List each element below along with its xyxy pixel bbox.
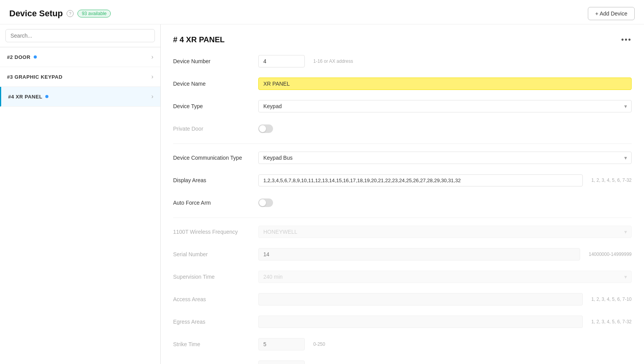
wireless-freq-select-wrapper: HONEYWELL ▾: [258, 226, 632, 238]
strike-time-input[interactable]: [258, 338, 305, 350]
sidebar-item-graphic-keypad[interactable]: #3 GRAPHIC KEYPAD ›: [0, 67, 160, 87]
access-areas-hint: 1, 2, 3, 4, 5, 6, 7-10: [591, 297, 632, 302]
detail-title: # 4 XR PANEL: [173, 35, 225, 44]
chevron-right-icon: ›: [151, 93, 153, 100]
sidebar-item-xr-panel-label: #4 XR PANEL: [8, 94, 48, 100]
strike-time-row: Strike Time 0-250: [173, 336, 632, 352]
wireless-freq-select[interactable]: HONEYWELL: [258, 226, 632, 238]
chevron-right-icon: ›: [151, 53, 153, 60]
sidebar: #2 DOOR › #3 GRAPHIC KEYPAD › #4 XR PANE…: [0, 24, 161, 364]
device-comm-type-label: Device Communication Type: [173, 155, 258, 161]
device-type-value: Keypad Door Panel ▾: [258, 100, 632, 112]
device-comm-type-select-wrapper: Keypad Bus Network ▾: [258, 152, 632, 164]
sidebar-item-door-label: #2 DOOR: [7, 54, 37, 60]
device-comm-type-select[interactable]: Keypad Bus Network: [258, 152, 632, 164]
available-badge: 93 available: [77, 10, 111, 17]
device-type-select-wrapper: Keypad Door Panel ▾: [258, 100, 632, 112]
serial-number-label: Serial Number: [173, 251, 258, 257]
access-areas-value: 1, 2, 3, 4, 5, 6, 7-10: [258, 293, 632, 305]
auto-force-arm-row: Auto Force Arm: [173, 195, 632, 210]
display-areas-input[interactable]: [258, 174, 583, 186]
search-input[interactable]: [5, 29, 155, 42]
auto-force-arm-value: [258, 198, 632, 207]
device-type-row: Device Type Keypad Door Panel ▾: [173, 98, 632, 114]
display-areas-value: 1, 2, 3, 4, 5, 6, 7-32: [258, 174, 632, 186]
private-door-row: Private Door: [173, 121, 632, 136]
access-areas-row: Access Areas 1, 2, 3, 4, 5, 6, 7-10: [173, 292, 632, 307]
supervision-time-select-wrapper: 240 min 480 min ▾: [258, 271, 632, 283]
wireless-freq-label: 1100T Wireless Frequency: [173, 229, 258, 235]
supervision-time-row: Supervision Time 240 min 480 min ▾: [173, 269, 632, 285]
display-areas-label: Display Areas: [173, 177, 258, 183]
device-comm-type-value: Keypad Bus Network ▾: [258, 152, 632, 164]
egress-areas-value: 1, 2, 3, 4, 5, 6, 7-32: [258, 316, 632, 328]
strike-delay-input[interactable]: [258, 361, 305, 364]
access-areas-label: Access Areas: [173, 296, 258, 302]
strike-time-value: 0-250: [258, 338, 632, 350]
auto-force-arm-toggle[interactable]: [258, 198, 273, 207]
dot-icon: [34, 55, 37, 59]
header: Device Setup ? 93 available + Add Device: [0, 0, 644, 24]
display-areas-hint: 1, 2, 3, 4, 5, 6, 7-32: [591, 178, 632, 183]
device-number-hint: 1-16 or AX address: [313, 59, 353, 64]
egress-areas-hint: 1, 2, 3, 4, 5, 6, 7-32: [591, 319, 632, 324]
device-name-input[interactable]: [258, 78, 632, 90]
sidebar-item-door[interactable]: #2 DOOR ›: [0, 47, 160, 67]
serial-number-hint: 14000000-14999999: [589, 252, 632, 257]
dot-icon: [45, 95, 48, 98]
sidebar-item-graphic-keypad-label: #3 GRAPHIC KEYPAD: [7, 74, 62, 80]
sidebar-item-xr-panel[interactable]: #4 XR PANEL ›: [0, 87, 160, 107]
strike-delay-value: 0-971: [258, 361, 632, 364]
device-number-input[interactable]: [258, 55, 305, 67]
device-number-label: Device Number: [173, 58, 258, 64]
egress-areas-row: Egress Areas 1, 2, 3, 4, 5, 6, 7-32: [173, 314, 632, 329]
chevron-right-icon: ›: [151, 73, 153, 80]
private-door-value: [258, 124, 632, 133]
device-number-value: 1-16 or AX address: [258, 55, 632, 67]
device-type-label: Device Type: [173, 103, 258, 109]
auto-force-arm-label: Auto Force Arm: [173, 200, 258, 206]
divider2: [173, 217, 632, 218]
more-options-button[interactable]: •••: [621, 35, 632, 44]
toggle-knob: [259, 199, 266, 206]
serial-number-input[interactable]: [258, 248, 580, 260]
add-device-button[interactable]: + Add Device: [588, 7, 635, 20]
wireless-freq-row: 1100T Wireless Frequency HONEYWELL ▾: [173, 224, 632, 240]
page-title: Device Setup: [9, 9, 63, 19]
supervision-time-select[interactable]: 240 min 480 min: [258, 271, 632, 283]
serial-number-value: 14000000-14999999: [258, 248, 632, 260]
main-content: #2 DOOR › #3 GRAPHIC KEYPAD › #4 XR PANE…: [0, 24, 644, 364]
toggle-knob: [259, 125, 266, 132]
supervision-time-value: 240 min 480 min ▾: [258, 271, 632, 283]
strike-time-hint: 0-250: [313, 342, 325, 347]
divider: [173, 143, 632, 144]
device-number-row: Device Number 1-16 or AX address: [173, 53, 632, 69]
detail-panel: # 4 XR PANEL ••• Device Number 1-16 or A…: [161, 24, 644, 364]
access-areas-input[interactable]: [258, 293, 583, 305]
device-comm-type-row: Device Communication Type Keypad Bus Net…: [173, 150, 632, 166]
detail-header: # 4 XR PANEL •••: [173, 35, 632, 44]
display-areas-row: Display Areas 1, 2, 3, 4, 5, 6, 7-32: [173, 173, 632, 188]
private-door-toggle[interactable]: [258, 124, 273, 133]
device-name-label: Device Name: [173, 81, 258, 87]
supervision-time-label: Supervision Time: [173, 274, 258, 280]
egress-areas-input[interactable]: [258, 316, 583, 328]
header-left: Device Setup ? 93 available: [9, 9, 111, 19]
wireless-freq-value: HONEYWELL ▾: [258, 226, 632, 238]
private-door-label: Private Door: [173, 126, 258, 132]
strike-time-label: Strike Time: [173, 341, 258, 347]
device-type-select[interactable]: Keypad Door Panel: [258, 100, 632, 112]
app-container: Device Setup ? 93 available + Add Device…: [0, 0, 644, 364]
help-icon[interactable]: ?: [67, 10, 74, 17]
device-name-row: Device Name: [173, 76, 632, 91]
serial-number-row: Serial Number 14000000-14999999: [173, 247, 632, 262]
search-box: [0, 24, 160, 47]
device-name-value: [258, 78, 632, 90]
egress-areas-label: Egress Areas: [173, 319, 258, 325]
strike-delay-row: Strike Delay 0-971: [173, 359, 632, 364]
